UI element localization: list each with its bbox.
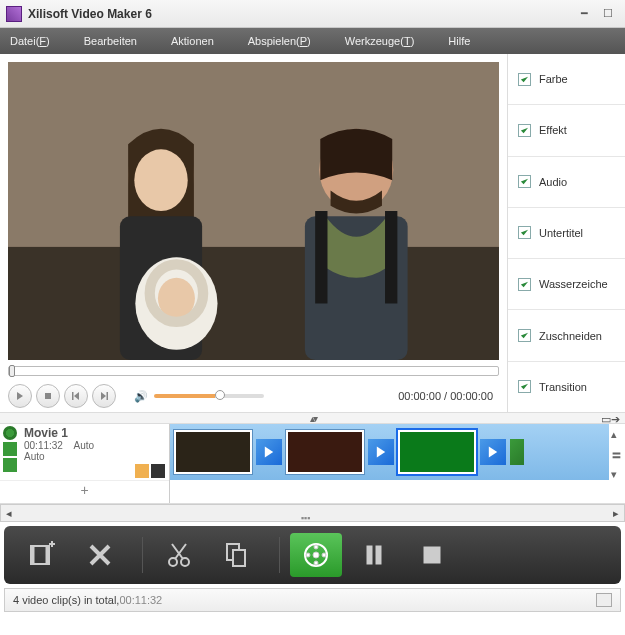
svg-rect-2 <box>8 247 499 360</box>
menu-bar: Datei(F) Bearbeiten Aktionen Abspielen(P… <box>0 28 625 54</box>
side-label: Untertitel <box>539 227 583 239</box>
movie-duration: 00:11:32 <box>24 440 63 451</box>
movie-mode2: Auto <box>24 451 165 462</box>
maximize-button[interactable]: ☐ <box>597 5 619 23</box>
side-label: Wasserzeiche <box>539 278 608 290</box>
side-crop[interactable]: Zuschneiden <box>508 310 625 361</box>
app-logo-icon <box>6 6 22 22</box>
svg-rect-31 <box>424 547 440 563</box>
seek-knob[interactable] <box>9 365 15 377</box>
menu-actions[interactable]: Aktionen <box>171 35 214 47</box>
preview-frame[interactable] <box>8 62 499 360</box>
side-effect[interactable]: Effekt <box>508 105 625 156</box>
svg-rect-17 <box>31 546 34 564</box>
side-color[interactable]: Farbe <box>508 54 625 105</box>
svg-rect-22 <box>233 550 245 566</box>
scroll-grip-icon[interactable]: ▪▪▪ <box>301 513 311 523</box>
cut-button[interactable] <box>153 533 205 577</box>
side-label: Zuschneiden <box>539 330 602 342</box>
scroll-up-icon[interactable]: ▴ <box>611 428 623 440</box>
side-watermark[interactable]: Wasserzeiche <box>508 259 625 310</box>
check-icon <box>518 278 531 291</box>
delete-button[interactable] <box>74 533 126 577</box>
audio-track-icon <box>3 458 17 472</box>
track-type-icons <box>0 424 20 480</box>
check-icon <box>518 124 531 137</box>
volume-control: 🔊 <box>134 390 264 403</box>
clip-thumbnail[interactable] <box>174 430 252 474</box>
add-track-button[interactable]: + <box>0 480 169 502</box>
side-audio[interactable]: Audio <box>508 157 625 208</box>
scroll-down-icon[interactable]: ▾ <box>611 468 623 480</box>
play-button[interactable] <box>8 384 32 408</box>
svg-point-24 <box>313 552 319 558</box>
volume-knob[interactable] <box>215 390 225 400</box>
clip-thumbnail[interactable] <box>398 430 476 474</box>
badge-icon[interactable] <box>151 464 165 478</box>
check-icon <box>518 380 531 393</box>
side-subtitle[interactable]: Untertitel <box>508 208 625 259</box>
svg-rect-9 <box>385 211 397 303</box>
movie-mode: Auto <box>74 440 95 451</box>
collapse-icon[interactable]: 〓 <box>611 448 623 460</box>
stop-button[interactable] <box>36 384 60 408</box>
timeline: Movie 1 00:11:32 Auto Auto + ▴ 〓 ▾ <box>0 424 625 504</box>
side-panel: Farbe Effekt Audio Untertitel Wasserzeic… <box>507 54 625 412</box>
menu-play[interactable]: Abspielen(P) <box>248 35 311 47</box>
toolbar-separator <box>142 537 143 573</box>
splitter-grip-icon: ▴▾ <box>310 413 316 424</box>
svg-point-26 <box>314 561 318 565</box>
video-track-icon <box>3 426 17 440</box>
add-media-button[interactable] <box>16 533 68 577</box>
menu-tools[interactable]: Werkzeuge(T) <box>345 35 415 47</box>
prev-button[interactable] <box>64 384 88 408</box>
svg-point-28 <box>322 553 326 557</box>
clip-thumbnail[interactable] <box>286 430 364 474</box>
transition-icon[interactable] <box>368 439 394 465</box>
menu-edit[interactable]: Bearbeiten <box>84 35 137 47</box>
copy-button[interactable] <box>211 533 263 577</box>
badge-icon[interactable] <box>135 464 149 478</box>
menu-file[interactable]: Datei(F) <box>10 35 50 47</box>
side-label: Effekt <box>539 124 567 136</box>
check-icon <box>518 175 531 188</box>
timeline-track[interactable] <box>170 424 609 503</box>
svg-rect-29 <box>367 546 372 564</box>
svg-rect-1 <box>8 62 499 247</box>
status-text: 4 video clip(s) in total, <box>13 594 119 606</box>
check-icon <box>518 329 531 342</box>
transition-icon[interactable] <box>256 439 282 465</box>
seek-bar[interactable] <box>8 366 499 376</box>
check-icon <box>518 73 531 86</box>
svg-point-25 <box>314 545 318 549</box>
svg-point-27 <box>306 553 310 557</box>
toolbar-separator <box>279 537 280 573</box>
title-bar: Xilisoft Video Maker 6 ━ ☐ <box>0 0 625 28</box>
timeline-side-controls: ▴ 〓 ▾ <box>609 424 625 503</box>
side-label: Audio <box>539 176 567 188</box>
volume-slider[interactable] <box>154 394 264 398</box>
pause-button[interactable] <box>348 533 400 577</box>
svg-rect-13 <box>45 393 51 399</box>
minimize-button[interactable]: ━ <box>573 5 595 23</box>
transition-icon[interactable] <box>480 439 506 465</box>
horizontal-scrollbar[interactable]: ◂ ▪▪▪ ▸ <box>0 504 625 522</box>
next-button[interactable] <box>92 384 116 408</box>
main-toolbar <box>4 526 621 584</box>
status-bar: 4 video clip(s) in total, 00:11:32 <box>4 588 621 612</box>
movie-info[interactable]: Movie 1 00:11:32 Auto Auto <box>20 424 169 480</box>
scroll-left-icon[interactable]: ◂ <box>1 505 17 521</box>
transition-icon[interactable] <box>510 439 524 465</box>
side-transition[interactable]: Transition <box>508 362 625 412</box>
render-button[interactable] <box>290 533 342 577</box>
svg-rect-8 <box>315 211 327 303</box>
preview-image <box>8 62 499 360</box>
menu-help[interactable]: Hilfe <box>448 35 470 47</box>
status-menu-icon[interactable] <box>596 593 612 607</box>
text-track-icon <box>3 442 17 456</box>
stop-render-button[interactable] <box>406 533 458 577</box>
scroll-right-icon[interactable]: ▸ <box>608 505 624 521</box>
splitter[interactable]: ▴▾ ▭➔ <box>0 412 625 424</box>
svg-rect-15 <box>107 392 109 400</box>
speaker-icon[interactable]: 🔊 <box>134 390 148 403</box>
